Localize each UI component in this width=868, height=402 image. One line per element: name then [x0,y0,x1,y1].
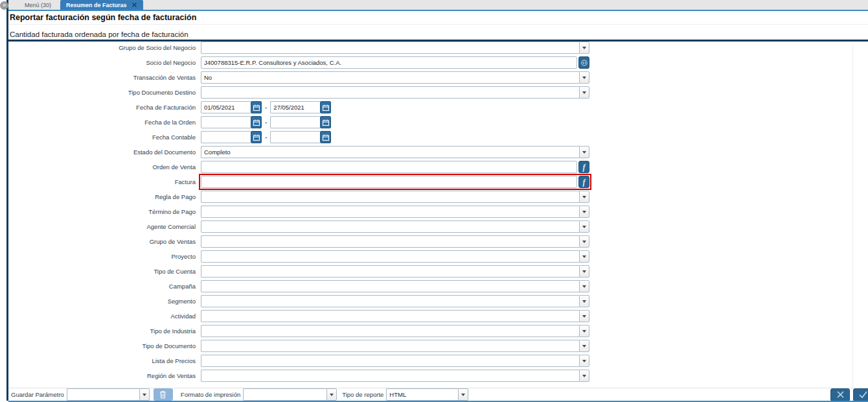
date-to-input-fecha-contable[interactable] [270,131,320,143]
dropdown-button-grupo-de-socio-del-negocio[interactable] [579,41,589,54]
field-label-socio-del-negocio: Socio del Negocio [8,59,201,66]
field-widget-campana [201,280,589,292]
field-label-region-de-ventas: Región de Ventas [8,372,201,379]
chevron-down-icon [582,345,586,348]
field-label-actividad: Actividad [8,313,201,320]
field-widget-proyecto [201,250,589,263]
dropdown-button-estado-del-documento[interactable] [579,146,589,158]
cancel-button[interactable] [830,388,850,401]
search-input-socio-del-negocio[interactable]: J400788315-E.R.P. Consultores y Asociado… [201,56,577,69]
report-type-input[interactable]: HTML [386,388,458,401]
combo-input-termino-de-pago[interactable] [201,206,579,218]
calendar-icon [322,134,330,141]
chevron-down-icon [582,151,586,154]
dropdown-button-lista-de-precios[interactable] [579,355,589,367]
page-subtitle: Cantidad facturada ordenada por fecha de… [8,25,868,38]
search-button-factura[interactable]: f [578,176,589,188]
combo-input-tipo-de-industria[interactable] [201,325,579,337]
date-from-input-fecha-de-facturacion[interactable]: 01/05/2021 [201,101,251,113]
field-label-segmento: Segmento [8,298,201,305]
expand-sidebar-button[interactable]: » [0,1,8,10]
field-widget-fecha-de-la-orden: - [201,116,589,128]
chevron-down-icon [582,375,586,377]
dropdown-button-proyecto[interactable] [579,250,589,263]
date-range-separator: - [265,119,267,126]
field-widget-actividad [201,310,589,322]
save-parameter-dropdown-button[interactable] [139,388,150,401]
date-to-picker-button-fecha-de-facturacion[interactable] [320,101,331,113]
dropdown-button-campana[interactable] [579,280,589,292]
calendar-icon [253,134,260,141]
search-input-orden-de-venta[interactable] [201,161,577,173]
combo-input-tipo-de-documento[interactable] [201,340,579,352]
date-to-picker-button-fecha-de-la-orden[interactable] [320,116,331,128]
combo-input-actividad[interactable] [201,310,579,322]
chevron-down-icon [582,300,586,303]
dropdown-button-region-de-ventas[interactable] [579,370,589,382]
field-label-grupo-de-ventas: Grupo de Ventas [8,238,201,245]
field-label-tipo-de-documento: Tipo de Documento [8,342,201,349]
report-type-dropdown-button[interactable] [458,388,468,401]
field-widget-region-de-ventas [201,370,589,382]
form-row-estado-del-documento: Estado del DocumentoCompleto [8,145,868,160]
search-button-orden-de-venta[interactable]: f [578,161,589,173]
dropdown-button-termino-de-pago[interactable] [579,206,589,218]
chevron-down-icon [582,241,586,243]
print-format-dropdown-button[interactable] [326,388,337,401]
chevrons-right-icon: » [3,1,6,8]
dropdown-button-transaccion-de-ventas[interactable] [579,71,589,84]
combo-input-campana[interactable] [201,280,579,292]
field-widget-socio-del-negocio: J400788315-E.R.P. Consultores y Asociado… [201,56,589,69]
print-format-input[interactable] [243,388,326,401]
combo-input-tipo-documento-destino[interactable] [201,86,579,99]
combo-input-segmento[interactable] [201,295,579,307]
tab-menu[interactable]: Menú (30) [19,0,57,10]
tab-close-button[interactable] [131,2,137,8]
date-from-input-fecha-contable[interactable] [201,131,251,143]
form-row-tipo-de-documento: Tipo de Documento [8,338,868,353]
date-to-picker-button-fecha-contable[interactable] [320,131,331,143]
tab-resumen-de-facturas[interactable]: Resumen de Facturas [60,0,143,10]
save-parameter-input[interactable] [67,388,139,401]
date-to-input-fecha-de-la-orden[interactable] [270,116,320,128]
combo-input-lista-de-precios[interactable] [201,355,579,367]
combo-input-region-de-ventas[interactable] [201,370,579,382]
tab-label: Resumen de Facturas [66,2,127,8]
field-label-transaccion-de-ventas: Transacción de Ventas [8,74,201,81]
date-from-input-fecha-de-la-orden[interactable] [201,116,251,128]
dropdown-button-actividad[interactable] [579,310,589,322]
dropdown-button-tipo-documento-destino[interactable] [579,86,589,99]
combo-input-agente-comercial[interactable] [201,220,579,233]
date-from-picker-button-fecha-de-facturacion[interactable] [251,101,262,113]
date-from-picker-button-fecha-de-la-orden[interactable] [251,116,262,128]
dropdown-button-agente-comercial[interactable] [579,220,589,233]
dropdown-button-tipo-de-industria[interactable] [579,325,589,337]
combo-input-tipo-de-cuenta[interactable] [201,265,579,278]
search-button-socio-del-negocio[interactable] [578,56,589,69]
date-from-picker-button-fecha-contable[interactable] [251,131,262,143]
combo-input-grupo-de-socio-del-negocio[interactable] [201,41,579,54]
ok-button[interactable] [853,388,868,401]
field-label-fecha-de-la-orden: Fecha de la Orden [8,119,201,126]
combo-input-grupo-de-ventas[interactable] [201,235,579,248]
combo-input-transaccion-de-ventas[interactable]: No [201,71,579,84]
combo-input-estado-del-documento[interactable]: Completo [201,146,579,158]
tab-bar: Menú (30) Resumen de Facturas [8,0,868,11]
combo-input-proyecto[interactable] [201,250,579,263]
dropdown-button-grupo-de-ventas[interactable] [579,235,589,248]
form-row-agente-comercial: Agente Comercial [8,219,868,234]
dropdown-button-tipo-de-documento[interactable] [579,340,589,352]
combo-input-regla-de-pago[interactable] [201,191,579,203]
dropdown-button-regla-de-pago[interactable] [579,191,589,203]
footer-bar: Guardar Parámetro Formato de impresión T… [8,388,868,401]
search-input-factura[interactable] [201,176,577,188]
dropdown-button-tipo-de-cuenta[interactable] [579,265,589,278]
date-to-input-fecha-de-facturacion[interactable]: 27/05/2021 [270,101,320,113]
field-widget-termino-de-pago [201,206,589,218]
check-icon [858,391,867,399]
delete-saved-parameter-button[interactable] [154,388,173,401]
form-row-fecha-contable: Fecha Contable- [8,130,868,145]
business-partner-icon [580,59,588,67]
calendar-icon [322,104,330,112]
dropdown-button-segmento[interactable] [579,295,589,307]
